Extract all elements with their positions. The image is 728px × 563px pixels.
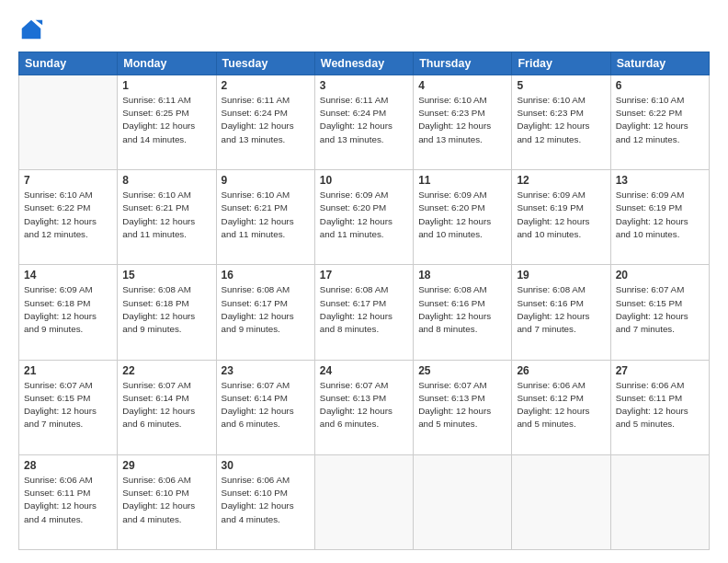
day-number: 4: [418, 79, 506, 92]
day-number: 9: [222, 174, 310, 187]
day-number: 29: [122, 459, 210, 472]
calendar-cell: 7Sunrise: 6:10 AMSunset: 6:22 PMDaylight…: [19, 170, 118, 265]
cell-text: Sunrise: 6:07 AMSunset: 6:15 PMDaylight:…: [24, 379, 112, 431]
cell-text: Sunrise: 6:10 AMSunset: 6:21 PMDaylight:…: [222, 189, 310, 241]
calendar-cell: 20Sunrise: 6:07 AMSunset: 6:15 PMDayligh…: [610, 265, 709, 360]
cell-text: Sunrise: 6:08 AMSunset: 6:16 PMDaylight:…: [517, 283, 605, 336]
cell-text: Sunrise: 6:06 AMSunset: 6:12 PMDaylight:…: [517, 379, 605, 431]
calendar-cell: 25Sunrise: 6:07 AMSunset: 6:13 PMDayligh…: [414, 360, 512, 454]
cell-text: Sunrise: 6:06 AMSunset: 6:11 PMDaylight:…: [24, 474, 112, 526]
calendar-cell: [512, 454, 610, 549]
day-number: 11: [418, 174, 506, 187]
cell-text: Sunrise: 6:07 AMSunset: 6:14 PMDaylight:…: [222, 379, 310, 431]
day-number: 3: [320, 79, 408, 92]
calendar-cell: 11Sunrise: 6:09 AMSunset: 6:20 PMDayligh…: [414, 170, 512, 265]
calendar-header-row: SundayMondayTuesdayWednesdayThursdayFrid…: [19, 52, 710, 75]
page: SundayMondayTuesdayWednesdayThursdayFrid…: [0, 0, 728, 563]
logo: [18, 17, 48, 42]
calendar-cell: [610, 454, 709, 549]
calendar-cell: [314, 454, 413, 549]
calendar-week-4: 21Sunrise: 6:07 AMSunset: 6:15 PMDayligh…: [19, 360, 710, 454]
logo-icon: [18, 17, 44, 42]
cell-text: Sunrise: 6:09 AMSunset: 6:20 PMDaylight:…: [320, 189, 408, 241]
col-header-thursday: Thursday: [414, 52, 512, 75]
day-number: 26: [517, 364, 605, 377]
day-number: 20: [616, 269, 704, 282]
calendar-cell: 13Sunrise: 6:09 AMSunset: 6:19 PMDayligh…: [610, 170, 709, 265]
day-number: 27: [616, 364, 704, 377]
cell-text: Sunrise: 6:06 AMSunset: 6:10 PMDaylight:…: [222, 474, 310, 526]
cell-text: Sunrise: 6:07 AMSunset: 6:13 PMDaylight:…: [418, 379, 506, 431]
calendar-cell: 3Sunrise: 6:11 AMSunset: 6:24 PMDaylight…: [314, 75, 413, 170]
calendar-cell: 23Sunrise: 6:07 AMSunset: 6:14 PMDayligh…: [216, 360, 314, 454]
day-number: 30: [222, 459, 310, 472]
calendar-cell: 28Sunrise: 6:06 AMSunset: 6:11 PMDayligh…: [19, 454, 118, 549]
day-number: 10: [320, 174, 408, 187]
calendar-cell: [414, 454, 512, 549]
day-number: 21: [24, 364, 112, 377]
col-header-wednesday: Wednesday: [314, 52, 413, 75]
day-number: 2: [222, 79, 310, 92]
cell-text: Sunrise: 6:11 AMSunset: 6:25 PMDaylight:…: [122, 94, 210, 146]
cell-text: Sunrise: 6:11 AMSunset: 6:24 PMDaylight:…: [222, 94, 310, 146]
cell-text: Sunrise: 6:06 AMSunset: 6:10 PMDaylight:…: [122, 474, 210, 526]
cell-text: Sunrise: 6:09 AMSunset: 6:19 PMDaylight:…: [517, 189, 605, 241]
calendar-week-2: 7Sunrise: 6:10 AMSunset: 6:22 PMDaylight…: [19, 170, 710, 265]
cell-text: Sunrise: 6:07 AMSunset: 6:15 PMDaylight:…: [616, 283, 704, 336]
day-number: 5: [517, 79, 605, 92]
calendar-cell: 22Sunrise: 6:07 AMSunset: 6:14 PMDayligh…: [118, 360, 216, 454]
cell-text: Sunrise: 6:09 AMSunset: 6:19 PMDaylight:…: [616, 189, 704, 241]
day-number: 24: [320, 364, 408, 377]
day-number: 13: [616, 174, 704, 187]
cell-text: Sunrise: 6:08 AMSunset: 6:17 PMDaylight:…: [222, 283, 310, 336]
day-number: 17: [320, 269, 408, 282]
cell-text: Sunrise: 6:11 AMSunset: 6:24 PMDaylight:…: [320, 94, 408, 146]
day-number: 14: [24, 269, 112, 282]
day-number: 15: [122, 269, 210, 282]
cell-text: Sunrise: 6:09 AMSunset: 6:18 PMDaylight:…: [24, 283, 112, 336]
header: [18, 17, 710, 42]
calendar-cell: 9Sunrise: 6:10 AMSunset: 6:21 PMDaylight…: [216, 170, 314, 265]
day-number: 18: [418, 269, 506, 282]
calendar-cell: [19, 75, 118, 170]
calendar-cell: 6Sunrise: 6:10 AMSunset: 6:22 PMDaylight…: [610, 75, 709, 170]
svg-marker-1: [36, 20, 42, 26]
day-number: 28: [24, 459, 112, 472]
calendar-cell: 26Sunrise: 6:06 AMSunset: 6:12 PMDayligh…: [512, 360, 610, 454]
day-number: 7: [24, 174, 112, 187]
cell-text: Sunrise: 6:07 AMSunset: 6:14 PMDaylight:…: [122, 379, 210, 431]
day-number: 12: [517, 174, 605, 187]
calendar-cell: 16Sunrise: 6:08 AMSunset: 6:17 PMDayligh…: [216, 265, 314, 360]
cell-text: Sunrise: 6:10 AMSunset: 6:23 PMDaylight:…: [418, 94, 506, 146]
calendar-cell: 2Sunrise: 6:11 AMSunset: 6:24 PMDaylight…: [216, 75, 314, 170]
day-number: 23: [222, 364, 310, 377]
calendar-cell: 12Sunrise: 6:09 AMSunset: 6:19 PMDayligh…: [512, 170, 610, 265]
calendar-cell: 29Sunrise: 6:06 AMSunset: 6:10 PMDayligh…: [118, 454, 216, 549]
svg-marker-0: [22, 20, 41, 40]
cell-text: Sunrise: 6:07 AMSunset: 6:13 PMDaylight:…: [320, 379, 408, 431]
calendar-cell: 19Sunrise: 6:08 AMSunset: 6:16 PMDayligh…: [512, 265, 610, 360]
cell-text: Sunrise: 6:10 AMSunset: 6:23 PMDaylight:…: [517, 94, 605, 146]
calendar-cell: 10Sunrise: 6:09 AMSunset: 6:20 PMDayligh…: [314, 170, 413, 265]
cell-text: Sunrise: 6:10 AMSunset: 6:22 PMDaylight:…: [24, 189, 112, 241]
day-number: 19: [517, 269, 605, 282]
day-number: 6: [616, 79, 704, 92]
calendar-cell: 27Sunrise: 6:06 AMSunset: 6:11 PMDayligh…: [610, 360, 709, 454]
calendar-week-5: 28Sunrise: 6:06 AMSunset: 6:11 PMDayligh…: [19, 454, 710, 549]
cell-text: Sunrise: 6:10 AMSunset: 6:21 PMDaylight:…: [122, 189, 210, 241]
calendar-cell: 8Sunrise: 6:10 AMSunset: 6:21 PMDaylight…: [118, 170, 216, 265]
cell-text: Sunrise: 6:10 AMSunset: 6:22 PMDaylight:…: [616, 94, 704, 146]
calendar-cell: 14Sunrise: 6:09 AMSunset: 6:18 PMDayligh…: [19, 265, 118, 360]
col-header-tuesday: Tuesday: [216, 52, 314, 75]
col-header-friday: Friday: [512, 52, 610, 75]
day-number: 16: [222, 269, 310, 282]
col-header-sunday: Sunday: [19, 52, 118, 75]
calendar-cell: 24Sunrise: 6:07 AMSunset: 6:13 PMDayligh…: [314, 360, 413, 454]
calendar-cell: 17Sunrise: 6:08 AMSunset: 6:17 PMDayligh…: [314, 265, 413, 360]
cell-text: Sunrise: 6:06 AMSunset: 6:11 PMDaylight:…: [616, 379, 704, 431]
cell-text: Sunrise: 6:09 AMSunset: 6:20 PMDaylight:…: [418, 189, 506, 241]
col-header-saturday: Saturday: [610, 52, 709, 75]
calendar-cell: 21Sunrise: 6:07 AMSunset: 6:15 PMDayligh…: [19, 360, 118, 454]
col-header-monday: Monday: [118, 52, 216, 75]
calendar-cell: 18Sunrise: 6:08 AMSunset: 6:16 PMDayligh…: [414, 265, 512, 360]
